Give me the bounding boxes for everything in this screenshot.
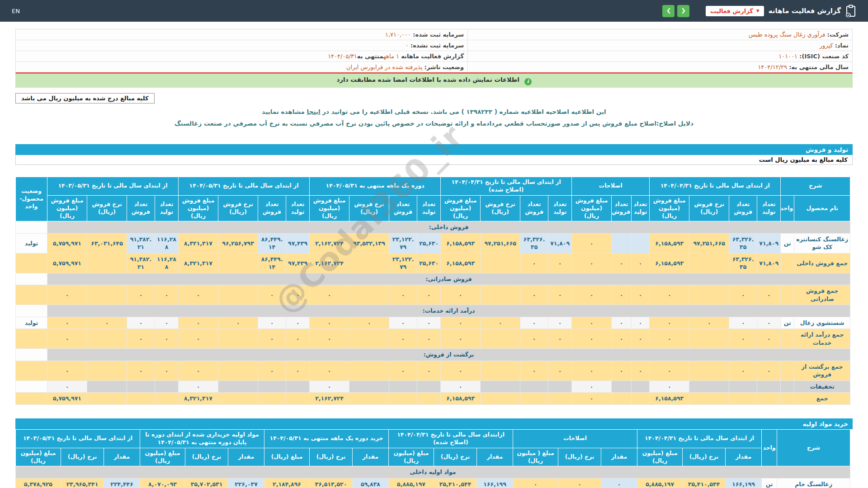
table-cell (729, 380, 757, 393)
table-cell: ۰ (127, 285, 155, 305)
table-cell: ۹۷,۲۵۱,۶۶۵ (481, 233, 520, 253)
table-cell: ۰ (757, 329, 781, 349)
table-cell (16, 349, 47, 361)
table-cell: ۰ (632, 285, 650, 305)
clipboard-icon (845, 5, 856, 17)
language-toggle[interactable]: EN (12, 8, 20, 14)
column-header: نرخ (ریال) (558, 448, 601, 466)
table-cell (218, 253, 258, 273)
table-cell (689, 361, 729, 380)
chevron-left-icon (666, 8, 671, 14)
column-header: تعداد فروش (258, 195, 286, 221)
table-cell: ۲۲۴,۴۴۶ (104, 478, 140, 488)
column-header: نرخ (ریال) (310, 448, 353, 466)
table-cell (258, 380, 286, 393)
table-row: جمع فروش داخلی۷۱,۸۰۹۶۳,۳۲۶.۳۵۶,۱۵۸,۵۹۳۰۰… (16, 253, 850, 273)
table-cell: ۷۱,۸۰۹ (757, 233, 781, 253)
page-title: گزارش فعالیت ماهانه (769, 7, 841, 15)
capital-registered-field: سرمایه ثبت شده: ۱,۷۱۰,۰۰۰ (16, 29, 467, 40)
table-cell: ۰ (258, 329, 286, 349)
table-cell: ۶,۱۵۸,۵۹۳ (441, 253, 481, 273)
table-cell (757, 393, 781, 405)
column-header: اصلاحات (513, 429, 637, 448)
report-type-dropdown[interactable]: گزارش فعالیت ▼ (706, 6, 764, 16)
table-row: شستشوي زغالتن۰۰۰۰۰۰۰۰۰۰۰۰۰۰۰۰۰۰۰۰۰۰۰تولی… (16, 317, 850, 329)
row-label: جمع فروش صادراتی (794, 285, 850, 305)
table-cell: ۰ (520, 317, 548, 329)
table-row: برگشت از فروش: (16, 349, 850, 361)
table-cell: ۰ (47, 361, 87, 380)
table-cell: ۰ (417, 285, 441, 305)
table-cell (258, 393, 286, 405)
column-header: تعداد تولید (632, 195, 650, 221)
row-label: جمع برگشت از فروش (794, 361, 850, 380)
table-cell (612, 380, 632, 393)
table-cell: ۶۳,۰۳۱,۶۴۵ (87, 233, 127, 253)
table-cell: ۹۷,۴۳۹ (286, 253, 310, 273)
table-cell: ۰ (179, 285, 218, 305)
table-cell (218, 361, 258, 380)
table-cell: ۰ (520, 361, 548, 380)
table-cell: ۰ (258, 317, 286, 329)
column-header: شرح (777, 429, 850, 466)
table-cell (87, 393, 127, 405)
table-cell: ۵,۸۸۵,۱۹۷ (637, 478, 683, 488)
capital-registered-value: ۱,۷۱۰,۰۰۰ (385, 31, 411, 38)
table-cell: ۵,۳۷۸,۹۲۵ (16, 478, 61, 488)
column-header: از ابتدای سال مالی تا تاریخ ۱۴۰۴/۰۴/۳۱ (650, 177, 781, 196)
table-cell (729, 393, 757, 405)
table-cell (632, 393, 650, 405)
table-cell: ۰ (757, 317, 781, 329)
table-cell: ۰ (87, 317, 127, 329)
prev-button[interactable] (662, 5, 675, 17)
table-cell: ۵۹,۸۳۸ (353, 478, 389, 488)
previous-notice-link[interactable]: اینجا (307, 108, 321, 115)
table-cell: ۰ (632, 361, 650, 380)
table-cell: ۲۵,۶۳۰ (417, 233, 441, 253)
isic-field: کد صنعت (ISIC): ۱۰۱۰۰۱ (467, 51, 852, 61)
table-cell: ۹۷,۲۵۱,۶۶۵ (689, 233, 729, 253)
row-label: زغالسنگ کنسانتره کک شو (794, 233, 850, 253)
section-row-label: مواد اولیه داخلی (16, 466, 850, 479)
table-cell: ۸,۳۲۱,۳۱۷ (179, 233, 218, 253)
table-cell (87, 380, 127, 393)
issuer-status-label: وضعیت ناشر: (425, 64, 464, 70)
status-cell (16, 393, 47, 405)
table-cell (155, 393, 179, 405)
table-cell: ۰ (650, 329, 689, 349)
table-cell: ۰ (650, 380, 689, 393)
table-cell (218, 393, 258, 405)
production-sales-table: شرحاز ابتدای سال مالی تا تاریخ ۱۴۰۴/۰۴/۳… (15, 177, 853, 405)
table-cell: ۰ (612, 317, 632, 329)
table-cell: ۰ (441, 329, 481, 349)
table-cell: ۰ (286, 329, 310, 349)
column-header: از ابتدای سال مالی تا تاریخ ۱۴۰۴/۰۵/۳۱ (179, 177, 310, 196)
table-cell: ۰ (310, 285, 349, 305)
table-cell: ۸,۳۲۱,۳۱۷ (179, 393, 218, 405)
table-cell (632, 233, 650, 253)
table-cell: ۰ (548, 317, 572, 329)
table-cell (781, 253, 794, 273)
table-cell: ۰ (155, 329, 179, 349)
table-cell: ۳۶,۵۱۳,۵۲۰ (310, 478, 353, 488)
table-cell: ۰ (47, 329, 87, 349)
symbol-label: نماد: (835, 42, 849, 49)
column-header: نام محصول (794, 195, 850, 221)
table-cell: ۲,۱۸۴,۸۹۶ (264, 478, 310, 488)
fiscal-year-label: سال مالی منتهی به: (789, 64, 849, 70)
table-cell (87, 285, 127, 305)
table-cell: ۱۶۶,۱۹۹ (477, 478, 513, 488)
table-cell: ۰ (729, 317, 757, 329)
table-cell: ۰ (572, 380, 612, 393)
column-header: مقدار (477, 448, 513, 466)
table-cell (87, 329, 127, 349)
column-header: مقدار (104, 448, 140, 466)
table-cell: ۰ (389, 285, 417, 305)
next-button[interactable] (677, 5, 689, 17)
table-row: تخفیفات۰۰۰۰۰۰ (16, 380, 850, 393)
status-cell: تولید (16, 233, 47, 253)
table-cell: ۰ (572, 285, 612, 305)
company-field: شرکت: فرآوري زغال سنگ پروده طبس (467, 29, 852, 40)
column-header: تعداد تولید (155, 195, 179, 221)
table-cell (218, 329, 258, 349)
